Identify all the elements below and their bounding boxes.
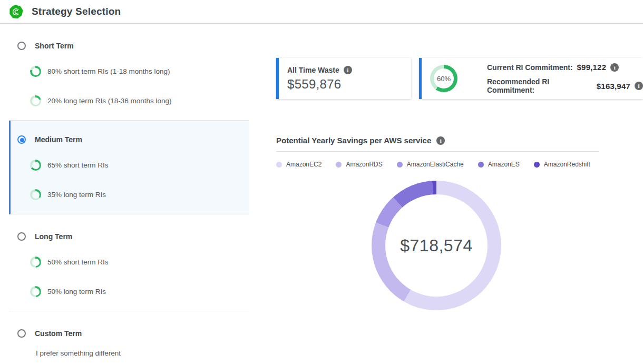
allocation-donut-icon (30, 66, 41, 77)
allocation-row: 50% long term RIs (30, 286, 249, 297)
legend-item-amazonredshift[interactable]: AmazonRedshift (534, 161, 590, 168)
chart-title: Potential Yearly Savings per AWS service (276, 136, 431, 145)
allocation-donut-icon (30, 95, 41, 106)
legend-item-amazonec2[interactable]: AmazonEC2 (276, 161, 322, 168)
savings-donut-chart[interactable]: $718,574 (372, 181, 501, 310)
allocation-row: 35% long term RIs (30, 189, 249, 200)
strategy-option-custom-term[interactable]: Custom Term (17, 329, 249, 338)
allocation-donut-icon (30, 189, 41, 200)
allocation-label: 65% short term RIs (47, 161, 109, 169)
brand-logo-icon (9, 5, 23, 19)
allocation-donut-icon (30, 257, 41, 268)
allocation-donut-icon (30, 160, 41, 171)
app-header: Strategy Selection (0, 0, 643, 24)
allocation-label: 20% long term RIs (18-36 months long) (47, 97, 172, 105)
recommended-commitment-label: Recommended RI Commitment: (487, 77, 592, 94)
legend-label: AmazonES (488, 161, 520, 168)
allocation-label: 35% long term RIs (47, 191, 106, 199)
strategy-label: Custom Term (35, 329, 82, 338)
allocation-row: 80% short term RIs (1-18 months long) (30, 66, 249, 77)
strategy-label: Long Term (35, 232, 72, 241)
allocation-label: 50% long term RIs (47, 288, 106, 296)
ri-commitment-card: 60% Current RI Commitment: $99,122 i Rec… (419, 58, 643, 99)
strategy-label: Short Term (35, 42, 74, 50)
radio-custom-term[interactable] (17, 329, 26, 338)
strategy-option-long-term[interactable]: Long Term (17, 232, 249, 241)
waste-card-title: All Time Waste (287, 66, 339, 74)
savings-chart-block: Potential Yearly Savings per AWS service… (276, 136, 643, 310)
recommended-commitment-line: Recommended RI Commitment: $163,947 i (487, 77, 643, 94)
summary-column: All Time Waste i $559,876 60% Current RI… (276, 23, 643, 310)
chart-divider (276, 151, 599, 152)
strategy-section-custom-term: Custom Term I prefer something different (9, 311, 249, 364)
all-time-waste-card: All Time Waste i $559,876 (276, 58, 411, 99)
current-commitment-label: Current RI Commitment: (487, 63, 573, 72)
allocation-row: 20% long term RIs (18-36 months long) (30, 95, 249, 106)
legend-label: AmazonRedshift (544, 161, 590, 168)
strategy-section-short-term: Short Term 80% short term RIs (1-18 mont… (9, 24, 249, 121)
legend-label: AmazonRDS (346, 161, 382, 168)
summary-cards-row: All Time Waste i $559,876 60% Current RI… (276, 58, 643, 99)
legend-item-amazonelasticache[interactable]: AmazonElastiCache (397, 161, 464, 168)
info-icon[interactable]: i (436, 136, 445, 145)
strategy-option-medium-term[interactable]: Medium Term (17, 135, 249, 144)
strategy-section-long-term: Long Term 50% short term RIs 50% long te… (9, 214, 249, 311)
allocation-row: 65% short term RIs (30, 160, 249, 171)
allocation-label: 80% short term RIs (1-18 months long) (47, 67, 170, 75)
legend-dot-icon (276, 162, 282, 168)
commitment-gauge: 60% (430, 65, 457, 92)
strategy-option-short-term[interactable]: Short Term (17, 42, 249, 50)
allocation-donut-icon (30, 286, 41, 297)
recommended-commitment-value: $163,947 (597, 82, 630, 91)
legend-label: AmazonEC2 (286, 161, 322, 168)
info-icon[interactable]: i (344, 66, 352, 74)
info-icon[interactable]: i (610, 63, 619, 72)
radio-short-term[interactable] (17, 42, 26, 50)
allocation-row: 50% short term RIs (30, 257, 249, 268)
allocation-label: 50% short term RIs (47, 258, 109, 266)
strategy-section-medium-term: Medium Term 65% short term RIs 35% long … (9, 121, 249, 214)
strategy-label: Medium Term (35, 135, 82, 144)
waste-value: $559,876 (287, 77, 411, 92)
radio-medium-term[interactable] (17, 135, 26, 144)
legend-dot-icon (336, 162, 342, 168)
legend-dot-icon (397, 162, 403, 168)
custom-term-description: I prefer something different (36, 349, 249, 357)
legend-label: AmazonElastiCache (407, 161, 464, 168)
strategy-panel: Short Term 80% short term RIs (1-18 mont… (9, 24, 249, 364)
radio-long-term[interactable] (17, 232, 26, 241)
info-icon[interactable]: i (635, 82, 643, 90)
current-commitment-value: $99,122 (577, 63, 607, 72)
donut-total-value: $718,574 (372, 181, 501, 310)
legend-dot-icon (534, 162, 540, 168)
legend-item-amazonrds[interactable]: AmazonRDS (336, 161, 382, 168)
legend-item-amazones[interactable]: AmazonES (478, 161, 520, 168)
commitment-gauge-label: 60% (430, 65, 457, 92)
chart-legend: AmazonEC2AmazonRDSAmazonElastiCacheAmazo… (276, 161, 643, 168)
legend-dot-icon (478, 162, 484, 168)
page-title: Strategy Selection (32, 6, 121, 17)
current-commitment-line: Current RI Commitment: $99,122 i (487, 63, 643, 72)
